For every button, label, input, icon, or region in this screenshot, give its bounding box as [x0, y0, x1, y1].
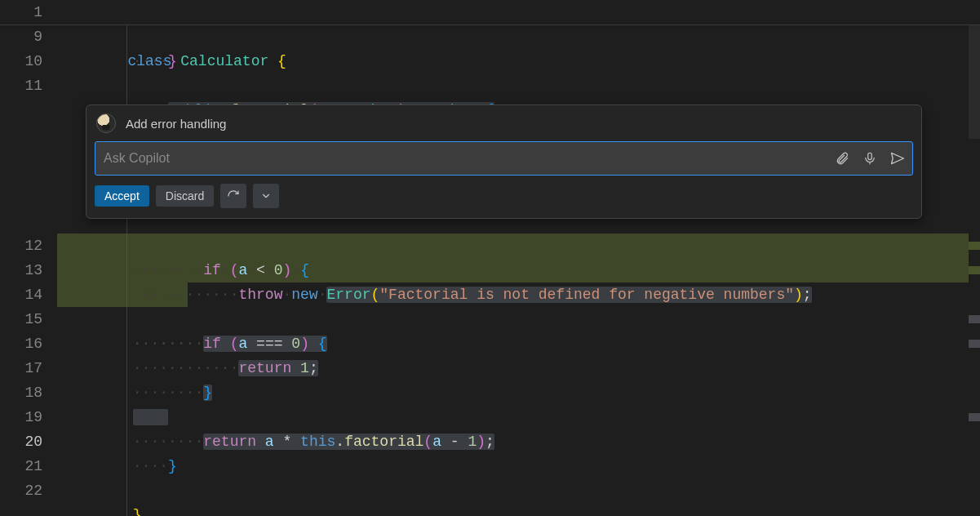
line-number: 18 — [0, 380, 57, 405]
token-punc: ; — [309, 360, 318, 376]
regenerate-button[interactable] — [220, 184, 246, 208]
token-punc: ; — [803, 287, 812, 303]
token-keyword: return — [203, 434, 256, 450]
token-string: "Factorial is not defined for negative n… — [379, 287, 794, 303]
token-keyword: this — [300, 434, 335, 450]
line-number-current: 20 — [0, 429, 57, 454]
token-variable: a — [265, 434, 274, 450]
token-punc: ; — [486, 434, 494, 450]
code-content-area[interactable]: class Calculator { ····} ····public·fact… — [57, 0, 980, 516]
discard-button[interactable]: Discard — [156, 185, 214, 207]
token-brace: } — [168, 458, 177, 474]
inline-chat-widget: Add error handling Accept — [86, 105, 922, 219]
token-variable: a — [238, 336, 247, 352]
minimap-change-marker — [969, 242, 980, 250]
token-number: 0 — [274, 262, 283, 278]
line-number: 14 — [0, 282, 57, 307]
code-line[interactable]: } — [57, 478, 980, 503]
token-paren: ) — [477, 434, 486, 450]
attachment-icon[interactable] — [834, 150, 850, 167]
token-paren: ) — [300, 336, 309, 352]
svg-rect-0 — [868, 153, 872, 159]
token-function: factorial — [344, 434, 423, 450]
token-brace: { — [277, 53, 286, 69]
token-paren: ) — [283, 262, 292, 278]
token-type: Error — [326, 287, 370, 303]
line-number: 11 — [0, 73, 57, 98]
token-keyword: if — [203, 262, 221, 278]
code-line[interactable]: ····public·factorial(a:·number):·number·… — [57, 73, 980, 98]
token-paren: ( — [230, 336, 239, 352]
token-operator: === — [256, 336, 282, 352]
minimap-scrollbar[interactable] — [969, 0, 980, 516]
send-icon[interactable] — [889, 150, 906, 167]
inline-chat-input-container[interactable] — [95, 141, 913, 176]
token-paren: ) — [794, 287, 803, 303]
line-number: 19 — [0, 405, 57, 429]
token-type: Calculator — [180, 53, 268, 69]
token-paren: ( — [371, 287, 380, 303]
minimap-selection-marker — [969, 315, 980, 323]
line-number: 17 — [0, 356, 57, 380]
token-brace: { — [300, 262, 309, 278]
token-variable: a — [238, 262, 247, 278]
token-keyword: if — [203, 336, 221, 352]
token-paren: ( — [423, 434, 432, 450]
token-number: 0 — [291, 336, 300, 352]
inline-chat-title: Add error handling — [126, 117, 226, 131]
code-editor[interactable]: 1 9 10 11 12 13 14 15 16 17 18 19 20 21 … — [0, 0, 980, 516]
token-operator: - — [450, 434, 459, 450]
code-line[interactable]: ····} — [57, 24, 980, 49]
more-options-button[interactable] — [253, 184, 279, 208]
microphone-icon[interactable] — [862, 150, 878, 167]
line-number: 9 — [0, 24, 57, 49]
token-paren: ( — [230, 262, 239, 278]
line-number: 13 — [0, 258, 57, 282]
line-number: 21 — [0, 454, 57, 478]
token-keyword: class — [127, 53, 171, 69]
copilot-avatar-icon — [96, 113, 116, 133]
token-variable: a — [432, 434, 441, 450]
token-punc: . — [335, 434, 344, 450]
line-number: 16 — [0, 331, 57, 356]
line-number: 15 — [0, 307, 57, 331]
line-number-gutter[interactable]: 1 9 10 11 12 13 14 15 16 17 18 19 20 21 … — [0, 0, 57, 516]
line-number: 12 — [0, 234, 57, 258]
minimap-selection-marker — [969, 340, 980, 348]
token-number: 1 — [300, 360, 309, 376]
line-number: 22 — [0, 478, 57, 503]
minimap-selection-marker — [969, 413, 980, 421]
scrollbar-thumb[interactable] — [969, 24, 980, 139]
line-number: 1 — [0, 0, 57, 24]
token-keyword: return — [238, 360, 291, 376]
code-line-sticky[interactable]: class Calculator { — [57, 0, 980, 24]
code-line[interactable]: ········return·a·*·this.factorial(a·-·1)… — [57, 405, 980, 429]
token-operator: < — [256, 262, 265, 278]
minimap-change-marker — [969, 266, 980, 274]
token-keyword: new — [291, 287, 317, 303]
code-line[interactable]: ········if·(a·===·0)·{ — [57, 307, 980, 331]
inline-chat-input[interactable] — [104, 151, 834, 166]
token-operator: * — [282, 434, 291, 450]
token-brace: } — [133, 507, 142, 516]
token-brace: } — [203, 385, 212, 401]
code-line[interactable] — [57, 454, 980, 478]
token-brace: { — [318, 336, 327, 352]
sticky-scroll-separator — [0, 24, 980, 25]
accept-button[interactable]: Accept — [95, 185, 149, 207]
line-number: 10 — [0, 49, 57, 73]
token-keyword: throw — [238, 287, 282, 303]
token-number: 1 — [468, 434, 477, 450]
code-line-added[interactable]: ········if·(a·<·0)·{ — [57, 234, 980, 258]
